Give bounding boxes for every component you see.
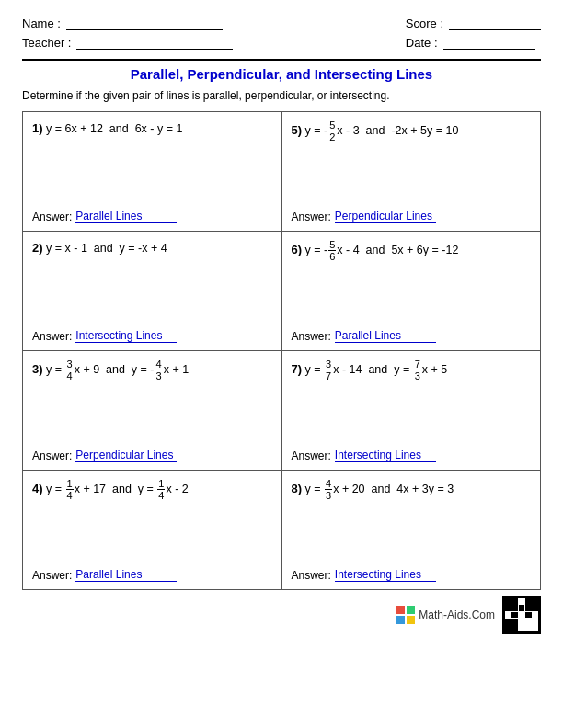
- problem-3-equation: y = 34x + 9 and y = -43x + 1: [46, 363, 189, 376]
- problem-2-answer-label: Answer:: [32, 330, 72, 343]
- teacher-line: [76, 37, 233, 50]
- table-row: 1) y = 6x + 12 and 6x - y = 1 Answer: Pa…: [23, 112, 541, 232]
- svg-rect-3: [407, 616, 415, 624]
- problem-1-equation: y = 6x + 12 and 6x - y = 1: [46, 122, 182, 135]
- header-right: Score : Date :: [406, 17, 541, 50]
- problem-1-answer-row: Answer: Parallel Lines: [32, 210, 177, 223]
- problem-4-answer-label: Answer:: [32, 569, 72, 582]
- problem-7-equation: y = 37x - 14 and y = 73x + 5: [305, 363, 448, 376]
- problem-3-number: 3): [32, 362, 43, 376]
- problem-3-answer-label: Answer:: [32, 449, 72, 462]
- instructions: Determine if the given pair of lines is …: [22, 89, 541, 102]
- problem-2-number: 2): [32, 241, 43, 255]
- problem-2-content: 2) y = x - 1 and y = -x + 4: [32, 239, 272, 258]
- score-label: Score :: [406, 17, 443, 30]
- problem-2: 2) y = x - 1 and y = -x + 4 Answer: Inte…: [23, 232, 282, 351]
- page-title: Parallel, Perpendicular, and Intersectin…: [22, 66, 541, 82]
- problem-7-number: 7): [292, 362, 303, 376]
- problem-3-answer-row: Answer: Perpendicular Lines: [32, 449, 177, 462]
- teacher-label: Teacher :: [22, 36, 71, 50]
- problem-6-number: 6): [292, 243, 303, 256]
- problem-4-number: 4): [32, 482, 43, 495]
- problem-3-content: 3) y = 34x + 9 and y = -43x + 1: [32, 358, 272, 381]
- footer-logo-text: Math-Aids.Com: [419, 609, 495, 621]
- problem-1-number: 1): [32, 121, 43, 135]
- problem-2-answer: Intersecting Lines: [75, 329, 177, 343]
- problem-4-equation: y = 14x + 17 and y = 14x - 2: [46, 483, 189, 495]
- problem-2-answer-row: Answer: Intersecting Lines: [32, 329, 177, 343]
- name-label: Name :: [22, 17, 61, 30]
- name-field: Name :: [22, 17, 233, 30]
- problem-5: 5) y = -52x - 3 and -2x + 5y = 10 Answer…: [282, 112, 541, 232]
- problem-1: 1) y = 6x + 12 and 6x - y = 1 Answer: Pa…: [23, 112, 282, 232]
- problem-5-answer: Perpendicular Lines: [335, 210, 436, 223]
- table-row: 4) y = 14x + 17 and y = 14x - 2 Answer: …: [23, 471, 541, 590]
- qr-inner: [505, 598, 538, 631]
- problem-7: 7) y = 37x - 14 and y = 73x + 5 Answer: …: [282, 351, 541, 471]
- problem-1-answer-label: Answer:: [32, 210, 72, 223]
- problem-1-content: 1) y = 6x + 12 and 6x - y = 1: [32, 119, 272, 139]
- problem-6-equation: y = -56x - 4 and 5x + 6y = -12: [305, 244, 459, 256]
- header-divider: [22, 59, 541, 61]
- score-line: [449, 17, 541, 30]
- problem-1-answer: Parallel Lines: [75, 210, 177, 223]
- problem-4-content: 4) y = 14x + 17 and y = 14x - 2: [32, 478, 272, 501]
- footer-logo: Math-Aids.Com: [396, 606, 495, 624]
- logo-icon: [396, 606, 415, 624]
- problem-7-answer: Intersecting Lines: [335, 449, 436, 462]
- svg-rect-0: [396, 606, 405, 614]
- problem-7-answer-label: Answer:: [292, 449, 331, 462]
- problem-6-answer: Parallel Lines: [335, 329, 436, 343]
- problem-7-answer-row: Answer: Intersecting Lines: [292, 449, 436, 462]
- problem-4-answer-row: Answer: Parallel Lines: [32, 568, 177, 582]
- problem-8-content: 8) y = 43x + 20 and 4x + 3y = 3: [292, 478, 532, 501]
- name-line: [66, 17, 223, 30]
- problem-5-answer-row: Answer: Perpendicular Lines: [292, 210, 436, 223]
- problem-7-content: 7) y = 37x - 14 and y = 73x + 5: [292, 358, 532, 381]
- problem-8-answer: Intersecting Lines: [335, 568, 436, 582]
- score-field: Score :: [406, 17, 541, 30]
- svg-rect-2: [396, 616, 405, 624]
- problems-grid: 1) y = 6x + 12 and 6x - y = 1 Answer: Pa…: [22, 111, 541, 590]
- date-label: Date :: [406, 36, 438, 50]
- problem-3: 3) y = 34x + 9 and y = -43x + 1 Answer: …: [23, 351, 282, 471]
- footer: Math-Aids.Com: [22, 596, 541, 634]
- problem-8-answer-label: Answer:: [292, 569, 331, 582]
- problem-3-answer: Perpendicular Lines: [75, 449, 177, 462]
- header-left: Name : Teacher :: [22, 17, 233, 50]
- date-line: [443, 37, 535, 50]
- svg-rect-1: [407, 606, 415, 614]
- problem-6-answer-row: Answer: Parallel Lines: [292, 329, 436, 343]
- problem-6-answer-label: Answer:: [292, 330, 331, 343]
- problem-4-answer: Parallel Lines: [75, 568, 177, 582]
- teacher-field: Teacher :: [22, 36, 233, 50]
- qr-code: [502, 596, 541, 634]
- date-field: Date :: [406, 36, 541, 50]
- problem-5-equation: y = -52x - 3 and -2x + 5y = 10: [305, 124, 459, 137]
- problem-4: 4) y = 14x + 17 and y = 14x - 2 Answer: …: [23, 471, 282, 590]
- problem-2-equation: y = x - 1 and y = -x + 4: [46, 242, 167, 255]
- problem-8-equation: y = 43x + 20 and 4x + 3y = 3: [305, 483, 454, 495]
- problem-6-content: 6) y = -56x - 4 and 5x + 6y = -12: [292, 239, 532, 262]
- problem-8: 8) y = 43x + 20 and 4x + 3y = 3 Answer: …: [282, 471, 541, 590]
- problem-8-number: 8): [292, 482, 303, 495]
- problem-5-content: 5) y = -52x - 3 and -2x + 5y = 10: [292, 119, 532, 142]
- table-row: 2) y = x - 1 and y = -x + 4 Answer: Inte…: [23, 232, 541, 351]
- problem-5-number: 5): [292, 123, 303, 137]
- table-row: 3) y = 34x + 9 and y = -43x + 1 Answer: …: [23, 351, 541, 471]
- problem-6: 6) y = -56x - 4 and 5x + 6y = -12 Answer…: [282, 232, 541, 351]
- problem-5-answer-label: Answer:: [292, 210, 331, 223]
- problem-8-answer-row: Answer: Intersecting Lines: [292, 568, 436, 582]
- header: Name : Teacher : Score : Date :: [22, 17, 541, 50]
